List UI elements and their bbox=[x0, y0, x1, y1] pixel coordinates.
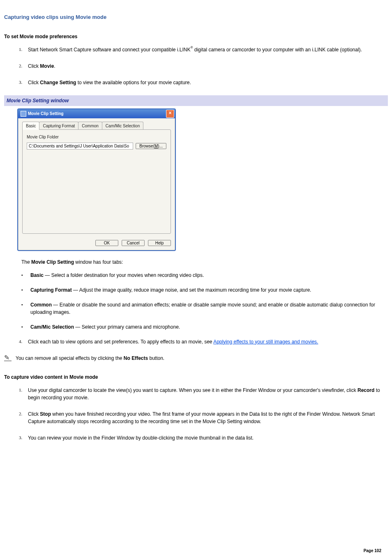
cancel-button[interactable]: Cancel bbox=[122, 240, 145, 246]
desc-cam-bold: Cam/Mic Selection bbox=[30, 324, 74, 330]
desc-com-text: — Enable or disable the sound and animat… bbox=[30, 302, 375, 315]
s1-bold: Record bbox=[357, 387, 374, 393]
step-4: 4. Click each tab to view options and se… bbox=[21, 338, 388, 345]
tab-description-list: Basic — Select a folder destination for … bbox=[4, 272, 388, 331]
tab-cam-mic[interactable]: Cam/Mic Selection bbox=[102, 122, 143, 130]
capture-step-2: 2. Click Stop when you have finished rec… bbox=[21, 410, 388, 425]
step-1: 1. Start Network Smart Capture software … bbox=[21, 46, 388, 53]
close-button[interactable]: × bbox=[166, 110, 174, 118]
steps-capture: 1. Use your digital camcorder to locate … bbox=[4, 387, 388, 442]
note-bold: No Effects bbox=[124, 355, 148, 361]
steps-set-prefs: 1. Start Network Smart Capture software … bbox=[4, 46, 388, 86]
step4-text: Click each tab to view options and set p… bbox=[28, 339, 213, 345]
page-title: Capturing video clips using Movie mode bbox=[4, 13, 388, 21]
step-number: 3. bbox=[19, 434, 22, 441]
desc-basic-bold: Basic bbox=[30, 272, 44, 278]
step-number: 3. bbox=[19, 79, 22, 86]
desc-common: Common — Enable or disable the sound and… bbox=[21, 301, 388, 316]
step-text: Click bbox=[28, 63, 40, 69]
s2-bold: Stop bbox=[40, 411, 51, 417]
tab-capturing-format[interactable]: Capturing Format bbox=[39, 122, 78, 130]
step-number: 2. bbox=[19, 62, 22, 69]
s3-text: You can review your movie in the Finder … bbox=[28, 435, 254, 441]
section-heading-capture: To capture video content in Movie mode bbox=[4, 373, 388, 381]
intro-a: The bbox=[21, 259, 31, 265]
capture-step-3: 3. You can review your movie in the Find… bbox=[21, 434, 388, 442]
intro-bold: Movie Clip Setting bbox=[31, 259, 74, 265]
step-number: 2. bbox=[19, 410, 22, 417]
note-b: button. bbox=[148, 355, 164, 361]
folder-label: Movie Clip Folder bbox=[27, 134, 166, 140]
note-row: You can remove all special effects by cl… bbox=[4, 355, 388, 362]
bold-change-setting: Change Setting bbox=[40, 80, 76, 85]
s2-b: when you have finished recording your vi… bbox=[28, 411, 375, 424]
desc-cam-mic: Cam/Mic Selection — Select your primary … bbox=[21, 323, 388, 331]
page-number: Page 102 bbox=[364, 548, 381, 554]
dialog-title: Movie Clip Setting bbox=[28, 111, 64, 117]
dialog-footer: OK Cancel Help bbox=[18, 237, 175, 250]
s1-a: Use your digital camcorder to locate the… bbox=[28, 387, 357, 393]
tabs-intro: The Movie Clip Setting window has four t… bbox=[21, 258, 388, 266]
desc-cap-bold: Capturing Format bbox=[30, 287, 72, 293]
dialog-titlebar: Movie Clip Setting × bbox=[18, 109, 175, 118]
s2-a: Click bbox=[28, 411, 40, 417]
step-number: 1. bbox=[19, 46, 22, 53]
step-2: 2. Click Movie. bbox=[21, 62, 388, 70]
desc-cap-text: — Adjust the image quality, reduce image… bbox=[72, 287, 311, 293]
registered-mark: ® bbox=[191, 46, 193, 49]
desc-capturing-format: Capturing Format — Adjust the image qual… bbox=[21, 286, 388, 294]
note-a: You can remove all special effects by cl… bbox=[16, 355, 124, 361]
browse-post: )... bbox=[158, 144, 163, 148]
movie-clip-setting-dialog: Movie Clip Setting × Basic Capturing For… bbox=[17, 108, 176, 251]
desc-com-bold: Common bbox=[30, 302, 52, 308]
note-text: You can remove all special effects by cl… bbox=[16, 355, 164, 362]
step-text-b: . bbox=[54, 63, 55, 69]
steps-continued: 4. Click each tab to view options and se… bbox=[4, 338, 388, 345]
desc-basic: Basic — Select a folder destination for … bbox=[21, 272, 388, 279]
capture-step-1: 1. Use your digital camcorder to locate … bbox=[21, 387, 388, 401]
bold-movie: Movie bbox=[40, 63, 54, 69]
step-text-b: digital camera or camcorder to your comp… bbox=[193, 47, 362, 53]
folder-path-input[interactable] bbox=[27, 143, 133, 150]
app-icon bbox=[21, 111, 26, 117]
step-number: 4. bbox=[19, 338, 22, 345]
step-number: 1. bbox=[19, 387, 22, 394]
desc-cam-text: — Select your primary camera and microph… bbox=[74, 324, 180, 330]
step-text-b: to view the available options for your m… bbox=[76, 80, 191, 85]
figure-caption: Movie Clip Setting window bbox=[4, 95, 388, 106]
tabs-row: Basic Capturing Format Common Cam/Mic Se… bbox=[18, 118, 175, 130]
tab-body: Movie Clip Folder Browse(M)... bbox=[22, 129, 171, 234]
desc-basic-text: — Select a folder destination for your m… bbox=[44, 272, 204, 278]
browse-pre: Browse( bbox=[139, 144, 154, 148]
section-heading-set-prefs: To set Movie mode preferences bbox=[4, 33, 388, 40]
help-button[interactable]: Help bbox=[148, 240, 171, 246]
ok-button[interactable]: OK bbox=[95, 240, 118, 246]
link-applying-effects[interactable]: Applying effects to your still images an… bbox=[213, 339, 318, 345]
step-text: Click bbox=[28, 80, 40, 85]
tab-common[interactable]: Common bbox=[78, 122, 102, 130]
tab-basic[interactable]: Basic bbox=[22, 122, 39, 130]
browse-button[interactable]: Browse(M)... bbox=[136, 143, 166, 149]
note-icon bbox=[4, 355, 12, 361]
step-text: Start Network Smart Capture software and… bbox=[28, 47, 191, 53]
intro-b: window has four tabs: bbox=[74, 259, 123, 265]
step-3: 3. Click Change Setting to view the avai… bbox=[21, 79, 388, 86]
